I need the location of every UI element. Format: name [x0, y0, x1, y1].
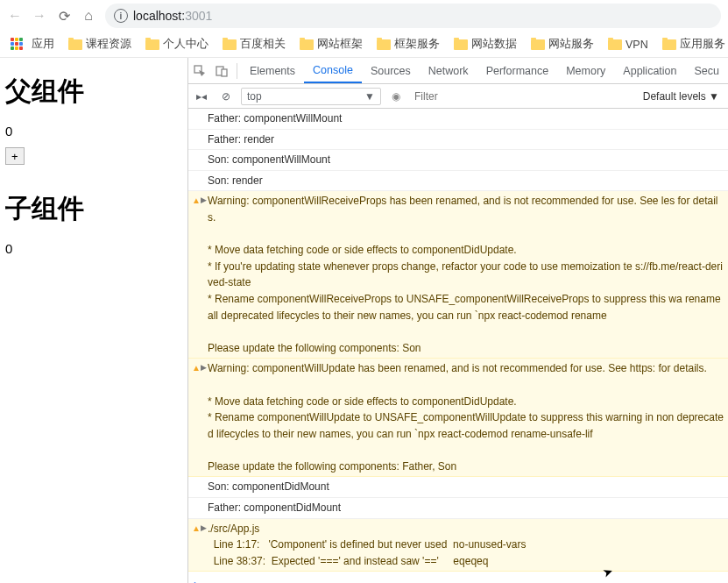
console-output[interactable]: Father: componentWillMount Father: rende… — [188, 109, 728, 583]
folder-icon — [454, 39, 468, 50]
inspect-icon[interactable] — [188, 58, 211, 83]
console-sidebar-toggle[interactable]: ▸◂ — [192, 90, 211, 103]
tab-network[interactable]: Network — [420, 58, 477, 83]
expand-icon[interactable]: ▶ — [201, 523, 207, 535]
tab-security[interactable]: Secu — [686, 58, 729, 83]
filter-input[interactable] — [411, 89, 638, 104]
tab-application[interactable]: Application — [614, 58, 685, 83]
folder-icon — [68, 39, 82, 50]
forward-button[interactable]: → — [32, 8, 47, 24]
tab-console[interactable]: Console — [304, 58, 362, 83]
child-value: 0 — [5, 241, 182, 256]
apps-button[interactable]: 应用 — [5, 35, 60, 53]
bookmark-item[interactable]: 个人中心 — [140, 35, 214, 53]
expand-icon[interactable]: ▶ — [201, 362, 207, 374]
tab-performance[interactable]: Performance — [477, 58, 558, 83]
log-line: Son: render — [188, 171, 728, 192]
folder-icon — [531, 39, 545, 50]
site-info-icon[interactable]: i — [114, 9, 128, 23]
bookmark-item[interactable]: 课程资源 — [63, 35, 137, 53]
bookmark-item[interactable]: 百度相关 — [217, 35, 291, 53]
bookmarks-bar: 应用 课程资源 个人中心 百度相关 网站框架 框架服务 网站数据 网站服务 VP… — [0, 32, 728, 58]
parent-heading: 父组件 — [5, 74, 182, 110]
home-button[interactable]: ⌂ — [81, 8, 96, 24]
log-line: Father: render — [188, 130, 728, 151]
log-line: Father: componentDidMount — [188, 498, 728, 519]
context-selector[interactable]: top ▼ — [241, 88, 381, 105]
log-levels-selector[interactable]: Default levels ▼ — [643, 90, 724, 103]
apps-icon — [11, 38, 25, 52]
folder-icon — [662, 39, 676, 50]
browser-nav-bar: ← → ⟳ ⌂ i localhost:3001 — [0, 0, 728, 32]
tab-elements[interactable]: Elements — [241, 58, 304, 83]
devtools-panel: Elements Console Sources Network Perform… — [187, 58, 728, 583]
log-line: Father: componentWillMount — [188, 109, 728, 130]
clear-console-icon[interactable]: ⊘ — [216, 90, 236, 103]
devtools-tabs: Elements Console Sources Network Perform… — [188, 58, 728, 84]
page-content: 父组件 0 + 子组件 0 — [0, 58, 187, 583]
live-expression-icon[interactable]: ◉ — [386, 90, 406, 103]
chevron-down-icon: ▼ — [364, 90, 375, 103]
back-button[interactable]: ← — [7, 8, 23, 24]
url-host: localhost: — [133, 9, 185, 23]
folder-icon — [145, 39, 159, 50]
context-value: top — [247, 90, 262, 103]
tab-sources[interactable]: Sources — [362, 58, 420, 83]
svg-rect-2 — [222, 69, 227, 76]
expand-icon[interactable]: ▶ — [201, 195, 207, 207]
log-line: Son: componentDidMount — [188, 477, 728, 498]
reload-button[interactable]: ⟳ — [56, 8, 72, 24]
warning-line: ▶./src/App.js Line 1:17: 'Component' is … — [188, 519, 728, 572]
apps-label: 应用 — [32, 37, 54, 52]
increment-button[interactable]: + — [5, 147, 25, 165]
warning-line: ▶Warning: componentWillReceiveProps has … — [188, 191, 728, 359]
console-toolbar: ▸◂ ⊘ top ▼ ◉ Default levels ▼ — [188, 84, 728, 109]
bookmark-item[interactable]: 框架服务 — [371, 35, 445, 53]
folder-icon — [377, 39, 391, 50]
folder-icon — [223, 39, 237, 50]
folder-icon — [300, 39, 314, 50]
warning-line: ▶Warning: componentWillUpdate has been r… — [188, 359, 728, 477]
bookmark-item[interactable]: 网站服务 — [526, 35, 599, 53]
tab-memory[interactable]: Memory — [557, 58, 614, 83]
console-prompt[interactable]: › — [188, 572, 728, 583]
log-line: Son: componentWillMount — [188, 150, 728, 171]
url-port: 3001 — [185, 9, 212, 23]
bookmark-item[interactable]: 应用服务 — [657, 35, 728, 53]
bookmark-item[interactable]: VPN — [603, 37, 654, 53]
parent-value: 0 — [5, 124, 182, 139]
child-heading: 子组件 — [5, 191, 182, 227]
folder-icon — [608, 39, 622, 50]
bookmark-item[interactable]: 网站数据 — [449, 35, 522, 53]
address-bar[interactable]: i localhost:3001 — [105, 4, 721, 28]
bookmark-item[interactable]: 网站框架 — [294, 35, 368, 53]
device-toggle-icon[interactable] — [211, 58, 234, 83]
